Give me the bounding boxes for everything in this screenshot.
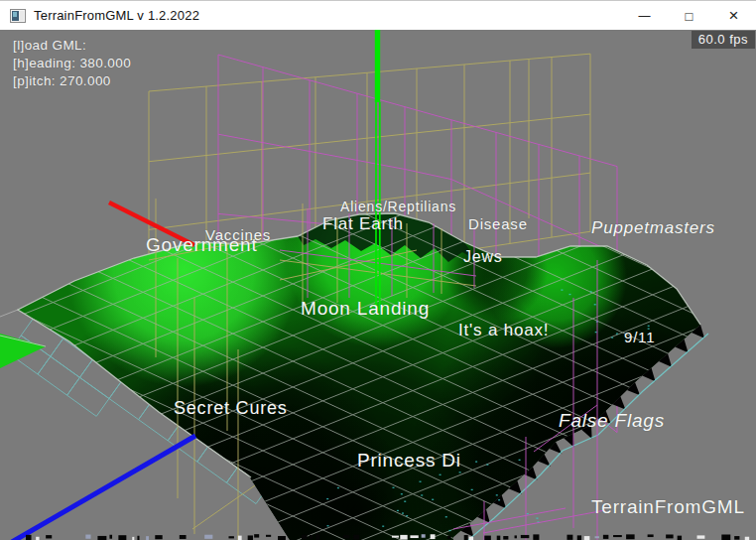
terrain-canvas xyxy=(0,30,756,540)
maximize-button[interactable]: □ xyxy=(667,1,711,31)
fps-badge: 60.0 fps xyxy=(692,31,755,49)
hud-info: [l]oad GML: [h]eading: 380.000 [p]itch: … xyxy=(13,37,131,90)
window-controls: — □ × xyxy=(622,1,756,31)
viewport-3d[interactable]: [l]oad GML: [h]eading: 380.000 [p]itch: … xyxy=(0,30,756,540)
app-window: TerrainFromGML v 1.2.2022 — □ × [l]oad G… xyxy=(0,0,756,540)
minimize-button[interactable]: — xyxy=(622,1,667,31)
hud-load-gml: [l]oad GML: xyxy=(13,37,131,55)
window-title: TerrainFromGML v 1.2.2022 xyxy=(34,8,199,23)
hud-pitch: [p]itch: 270.000 xyxy=(13,72,131,90)
app-icon xyxy=(10,9,26,23)
titlebar[interactable]: TerrainFromGML v 1.2.2022 — □ × xyxy=(0,0,756,30)
hud-heading: [h]eading: 380.000 xyxy=(13,55,131,72)
close-button[interactable]: × xyxy=(711,1,756,31)
